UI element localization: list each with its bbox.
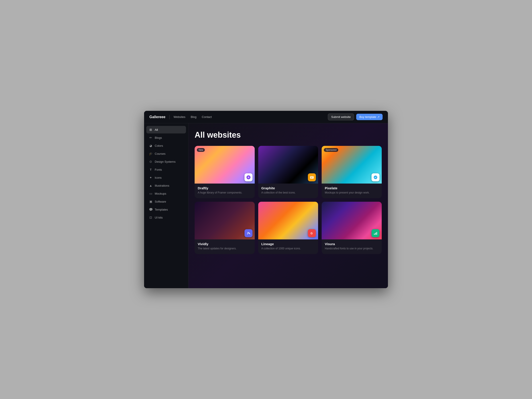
cards-grid: New Draftly A huge library of Framer com…: [195, 146, 382, 254]
card-image-visura: [322, 202, 382, 239]
card-body-vividly: Vividly The latest updates for designers…: [195, 239, 255, 254]
svg-rect-3: [310, 176, 314, 179]
nav-item-blog[interactable]: Blog: [191, 115, 196, 119]
card-pixelate[interactable]: Sponsored Pixelate Mockups to present yo…: [322, 146, 382, 198]
svg-rect-7: [375, 233, 376, 235]
app-icon-graphite: [308, 173, 316, 181]
card-graphite[interactable]: Graphite A collection of the best icons.: [258, 146, 318, 198]
svg-rect-6: [374, 234, 375, 235]
app-icon-vividly: [245, 229, 253, 237]
nav-item-websites[interactable]: Websites: [174, 115, 185, 119]
app-icon-pixelate: [372, 173, 380, 181]
app-window: Gallereee Websites Blog Contact Submit w…: [144, 111, 388, 288]
header-actions: Submit website Buy template ↗: [328, 114, 383, 120]
sidebar-item-templates[interactable]: 💬 Templates: [146, 206, 186, 213]
card-vividly[interactable]: Vividly The latest updates for designers…: [195, 202, 255, 254]
sidebar-item-software[interactable]: ▣ Software: [146, 198, 186, 205]
app-icon-lineage: G: [308, 229, 316, 237]
card-desc-lineage: A collection of 1000 unique icons.: [261, 247, 315, 250]
card-title-graphite: Graphite: [261, 186, 315, 190]
card-desc-vividly: The latest updates for designers.: [198, 247, 252, 250]
pen-icon: ✏: [149, 136, 152, 139]
card-title-draftly: Draftly: [198, 186, 252, 190]
card-desc-visura: Handcrafted fonts to use in your project…: [325, 247, 379, 250]
card-body-lineage: Lineage A collection of 1000 unique icon…: [258, 239, 318, 254]
card-title-visura: Visura: [325, 242, 379, 246]
sidebar-item-ui-kits[interactable]: ⊡ UI kits: [146, 214, 186, 221]
card-body-visura: Visura Handcrafted fonts to use in your …: [322, 239, 382, 254]
buy-template-button[interactable]: Buy template ↗: [356, 114, 383, 120]
logo: Gallereee: [149, 115, 165, 119]
submit-website-button[interactable]: Submit website: [328, 114, 354, 120]
card-desc-graphite: A collection of the best icons.: [261, 191, 315, 195]
monitor-icon: ▣: [149, 200, 152, 203]
sidebar-item-design-systems[interactable]: ⊙ Design Systems: [146, 158, 186, 165]
card-title-lineage: Lineage: [261, 242, 315, 246]
card-image-vividly: [195, 202, 255, 239]
sidebar-item-all[interactable]: ⊞ All: [146, 126, 186, 133]
header-divider: [169, 115, 170, 119]
illustrations-icon: ▲: [149, 184, 152, 187]
card-image-graphite: [258, 146, 318, 184]
card-body-graphite: Graphite A collection of the best icons.: [258, 184, 318, 198]
grid-icon: ⊞: [149, 128, 152, 132]
star-icon: ✦: [149, 176, 152, 179]
sidebar-item-illustrations[interactable]: ▲ Illustrations: [146, 182, 186, 189]
app-icon-draftly: [245, 173, 253, 181]
card-title-pixelate: Pixelate: [325, 186, 379, 190]
courses-icon: 🎓: [149, 152, 152, 155]
badge-sponsored: Sponsored: [324, 148, 338, 152]
uikit-icon: ⊡: [149, 216, 152, 219]
sidebar: ⊞ All ✏ Blogs ◕ Colors 🎓 Courses ⊙ Desig…: [144, 123, 188, 288]
sidebar-item-icons[interactable]: ✦ Icons: [146, 174, 186, 181]
header-nav: Websites Blog Contact: [174, 115, 328, 119]
palette-icon: ◕: [149, 144, 152, 147]
svg-point-2: [248, 177, 249, 178]
sidebar-item-courses[interactable]: 🎓 Courses: [146, 150, 186, 157]
page-title: All websites: [195, 130, 382, 140]
sidebar-item-blogs[interactable]: ✏ Blogs: [146, 134, 186, 141]
card-visura[interactable]: Visura Handcrafted fonts to use in your …: [322, 202, 382, 254]
app-icon-visura: [372, 229, 380, 237]
card-title-vividly: Vividly: [198, 242, 252, 246]
main-content: All websites New Draftly A huge library …: [188, 123, 388, 288]
card-desc-pixelate: Mockups to present your design work.: [325, 191, 379, 195]
toggle-icon: ⊙: [149, 160, 152, 163]
svg-text:G: G: [310, 232, 313, 235]
card-draftly[interactable]: New Draftly A huge library of Framer com…: [195, 146, 255, 198]
card-image-pixelate: Sponsored: [322, 146, 382, 184]
badge-new: New: [197, 148, 205, 152]
svg-rect-8: [376, 232, 377, 235]
sidebar-item-mockups[interactable]: ▭ Mockups: [146, 190, 186, 197]
body: ⊞ All ✏ Blogs ◕ Colors 🎓 Courses ⊙ Desig…: [144, 123, 388, 288]
header: Gallereee Websites Blog Contact Submit w…: [144, 111, 388, 123]
phone-icon: ▭: [149, 192, 152, 195]
card-body-pixelate: Pixelate Mockups to present your design …: [322, 184, 382, 198]
sidebar-item-fonts[interactable]: T Fonts: [146, 166, 186, 173]
arrow-icon: ↗: [377, 115, 380, 119]
card-body-draftly: Draftly A huge library of Framer compone…: [195, 184, 255, 198]
nav-item-contact[interactable]: Contact: [202, 115, 212, 119]
templates-icon: 💬: [149, 208, 152, 211]
card-image-draftly: New: [195, 146, 255, 184]
card-image-lineage: G: [258, 202, 318, 239]
font-icon: T: [149, 168, 152, 171]
card-lineage[interactable]: G Lineage A collection of 1000 unique ic…: [258, 202, 318, 254]
sidebar-item-colors[interactable]: ◕ Colors: [146, 142, 186, 149]
card-desc-draftly: A huge library of Framer components.: [198, 191, 252, 195]
